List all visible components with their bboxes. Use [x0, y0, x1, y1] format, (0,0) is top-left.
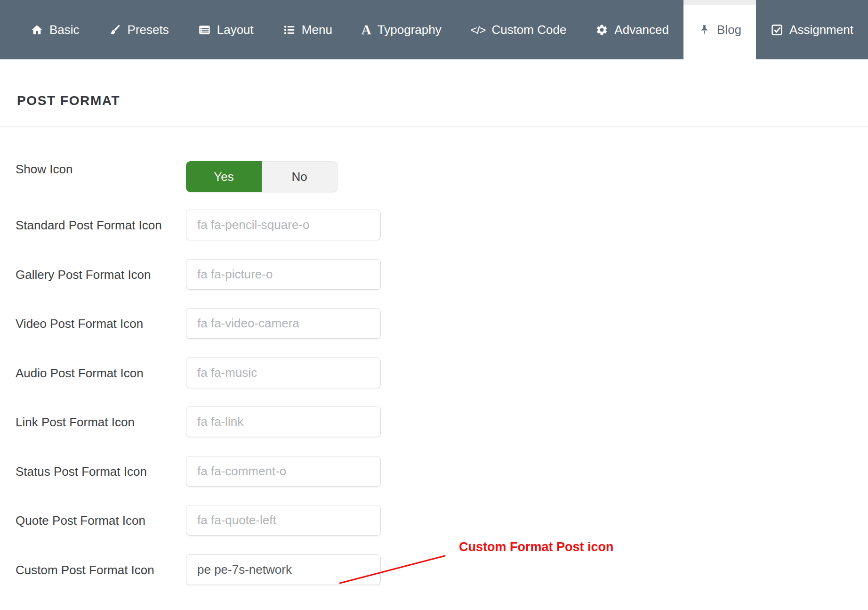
typography-a-icon: A [362, 24, 371, 36]
form-row-standard: Standard Post Format Icon [0, 210, 868, 241]
custom-icon-input[interactable] [186, 554, 381, 585]
field-label: Standard Post Format Icon [16, 210, 162, 241]
form-row-video: Video Post Format Icon [0, 308, 868, 339]
tab-label: Blog [717, 23, 741, 37]
status-icon-input[interactable] [186, 456, 381, 487]
form-row-audio: Audio Post Format Icon [0, 358, 868, 389]
code-icon: </> [471, 24, 486, 36]
form-row-show-icon: Show Icon Yes No [0, 161, 868, 192]
field-label: Audio Post Format Icon [16, 358, 144, 389]
tab-advanced[interactable]: Advanced [581, 0, 683, 59]
form-row-gallery: Gallery Post Format Icon [0, 259, 868, 290]
settings-page: Basic Presets [0, 0, 868, 610]
field-label: Quote Post Format Icon [16, 505, 145, 536]
pushpin-icon [698, 24, 711, 36]
tab-blog[interactable]: Blog [683, 0, 756, 59]
check-square-icon [771, 24, 783, 36]
form-row-custom: Custom Post Format Icon [0, 554, 868, 586]
no-button[interactable]: No [262, 161, 338, 192]
quote-icon-input[interactable] [186, 505, 381, 536]
video-icon-input[interactable] [186, 308, 381, 339]
home-icon [31, 24, 43, 36]
tab-label: Typography [378, 23, 442, 37]
tab-label: Basic [49, 23, 80, 37]
form-row-link: Link Post Format Icon [0, 407, 868, 438]
page-title: POST FORMAT [17, 93, 120, 108]
field-label: Video Post Format Icon [16, 308, 143, 339]
field-label: Custom Post Format Icon [16, 554, 154, 586]
paintbrush-icon [109, 24, 121, 36]
show-icon-toggle: Yes No [186, 161, 338, 192]
annotation-text: Custom Format Post icon [459, 540, 614, 554]
field-label: Gallery Post Format Icon [16, 259, 151, 290]
tab-layout[interactable]: Layout [184, 0, 268, 59]
field-label: Link Post Format Icon [16, 407, 135, 438]
tab-assignment[interactable]: Assignment [756, 0, 868, 59]
gallery-icon-input[interactable] [186, 259, 381, 290]
gear-icon [595, 24, 608, 36]
tab-basic[interactable]: Basic [16, 0, 94, 59]
form-row-status: Status Post Format Icon [0, 456, 868, 487]
field-label: Status Post Format Icon [16, 456, 147, 487]
tab-menu[interactable]: Menu [268, 0, 347, 59]
field-label: Show Icon [16, 161, 72, 177]
menu-list-icon [283, 24, 296, 36]
section-divider [0, 126, 868, 127]
tab-presets[interactable]: Presets [94, 0, 184, 59]
top-tab-bar: Basic Presets [0, 0, 868, 59]
yes-button[interactable]: Yes [186, 161, 262, 192]
layout-icon [198, 24, 211, 36]
standard-icon-input[interactable] [186, 210, 381, 240]
link-icon-input[interactable] [186, 407, 381, 437]
audio-icon-input[interactable] [186, 358, 381, 388]
tab-label: Custom Code [491, 23, 566, 37]
tab-label: Layout [217, 23, 254, 37]
tab-typography[interactable]: A Typography [347, 0, 456, 59]
form-row-quote: Quote Post Format Icon [0, 505, 868, 536]
tab-custom-code[interactable]: </> Custom Code [456, 0, 581, 59]
tab-label: Assignment [789, 23, 853, 37]
tab-label: Menu [302, 23, 332, 37]
tab-label: Presets [128, 23, 169, 37]
tab-label: Advanced [614, 23, 669, 37]
